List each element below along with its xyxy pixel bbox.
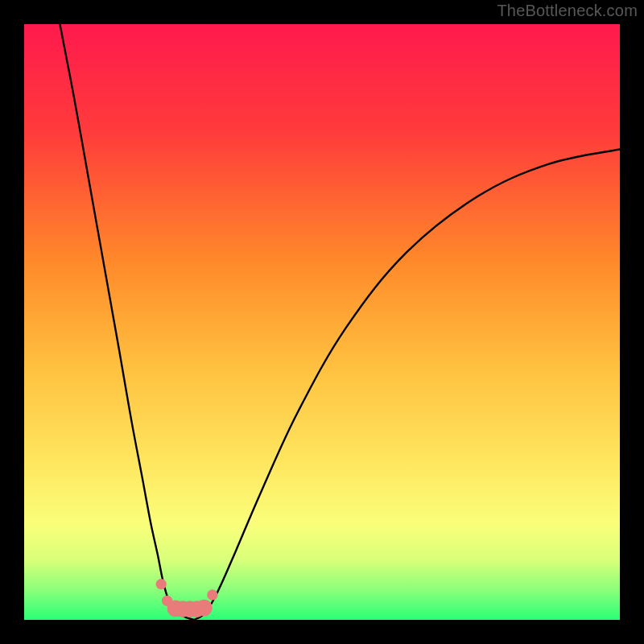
bottleneck-curve-chart: [0, 0, 644, 644]
watermark: TheBottleneck.com: [497, 2, 638, 20]
trough-marker: [207, 589, 217, 600]
chart-container: TheBottleneck.com: [0, 0, 644, 644]
trough-marker: [156, 579, 167, 589]
trough-marker: [196, 600, 213, 617]
